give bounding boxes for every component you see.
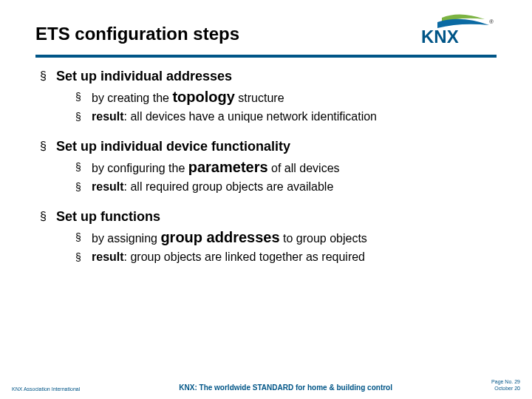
text-after: of all devices <box>268 162 340 174</box>
sub-text: by configuring the parameters of all dev… <box>92 159 340 177</box>
emphasis: parameters <box>188 159 268 175</box>
text-after: to group objects <box>280 232 367 245</box>
text-before: by creating the <box>92 92 172 104</box>
result-label: result <box>92 110 124 123</box>
bullet-level1: § Set up individual addresses <box>40 68 497 84</box>
sub-text: by assigning group addresses to group ob… <box>92 229 367 247</box>
footer-right: Page No. 29 October 20 <box>491 378 520 392</box>
result-text: : all devices have a unique network iden… <box>124 110 377 123</box>
sub-text: result: all required group objects are a… <box>92 179 333 195</box>
bullet-level1: § Set up individual device functionality <box>40 138 497 154</box>
bullet-level2: § by assigning group addresses to group … <box>75 229 497 247</box>
knx-logo: KNX ® <box>415 13 497 49</box>
square-bullet-icon: § <box>75 249 84 265</box>
sub-block: § by creating the topology structure § r… <box>40 89 497 125</box>
sub-text: result: group objects are linked togethe… <box>92 249 365 265</box>
footer: KNX Association International KNX: The w… <box>0 378 532 392</box>
trademark-icon: ® <box>489 18 494 25</box>
square-bullet-icon: § <box>75 89 84 105</box>
sub-block: § by assigning group addresses to group … <box>40 229 497 265</box>
square-bullet-icon: § <box>40 138 49 154</box>
section-heading: Set up individual addresses <box>56 68 232 84</box>
sub-block: § by configuring the parameters of all d… <box>40 159 497 195</box>
text-before: by configuring the <box>92 162 188 174</box>
section-heading: Set up functions <box>56 208 160 225</box>
result-label: result <box>92 250 124 263</box>
result-label: result <box>92 180 124 193</box>
result-text: : group objects are linked together as r… <box>124 250 365 263</box>
footer-left: KNX Association International <box>12 386 80 392</box>
square-bullet-icon: § <box>40 68 49 84</box>
bullet-level2: § result: all required group objects are… <box>75 179 497 195</box>
text-before: by assigning <box>92 232 160 245</box>
square-bullet-icon: § <box>75 109 84 125</box>
logo-text: KNX <box>421 27 459 46</box>
sub-text: result: all devices have a unique networ… <box>92 109 377 125</box>
footer-date: October 20 <box>491 385 520 392</box>
bullet-level2: § by configuring the parameters of all d… <box>75 159 497 177</box>
bullet-level2: § result: all devices have a unique netw… <box>75 109 497 125</box>
section-heading: Set up individual device functionality <box>56 138 290 154</box>
bullet-level1: § Set up functions <box>40 208 497 225</box>
emphasis: topology <box>172 89 234 105</box>
result-text: : all required group objects are availab… <box>124 180 334 193</box>
emphasis: group addresses <box>160 229 279 245</box>
content: § Set up individual addresses § by creat… <box>35 68 497 265</box>
slide: ETS configuration steps KNX ® § Set up i… <box>0 0 532 399</box>
square-bullet-icon: § <box>40 208 49 225</box>
page-number: Page No. 29 <box>491 378 520 385</box>
bullet-level2: § result: group objects are linked toget… <box>75 249 497 265</box>
bullet-level2: § by creating the topology structure <box>75 89 497 106</box>
footer-center: KNX: The worldwide STANDARD for home & b… <box>80 383 491 392</box>
square-bullet-icon: § <box>75 229 84 245</box>
title-divider <box>35 55 497 58</box>
text-after: structure <box>235 92 284 104</box>
square-bullet-icon: § <box>75 179 84 195</box>
square-bullet-icon: § <box>75 159 84 175</box>
header: ETS configuration steps KNX ® <box>35 19 497 49</box>
sub-text: by creating the topology structure <box>92 89 284 106</box>
slide-title: ETS configuration steps <box>35 24 239 44</box>
